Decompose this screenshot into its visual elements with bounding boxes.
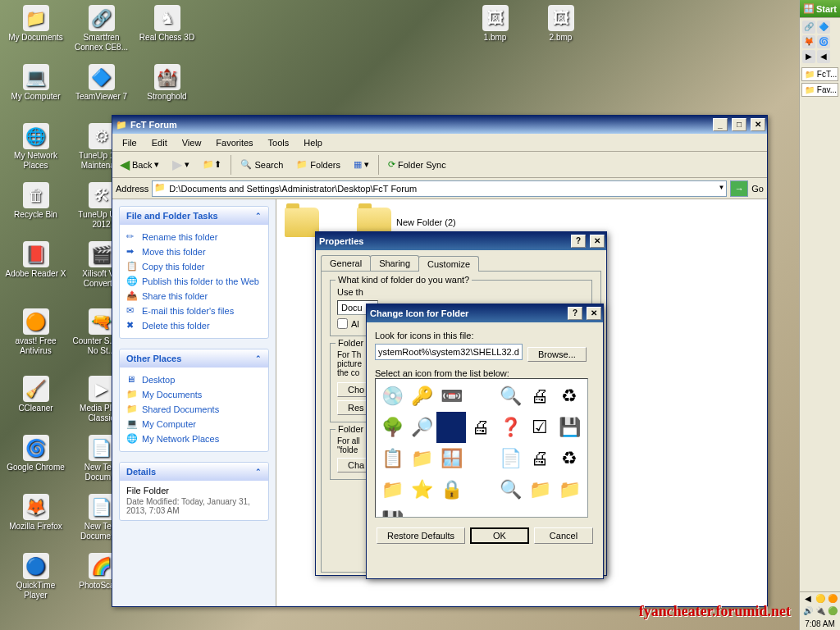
search-button[interactable]: 🔍Search — [236, 158, 287, 171]
place-link[interactable]: 📁Shared Documents — [126, 402, 262, 417]
ok-button[interactable]: OK — [470, 527, 529, 544]
taskbar-task[interactable]: 📁 FcT... — [801, 67, 838, 81]
icon-cell[interactable] — [436, 412, 466, 443]
place-link[interactable]: 🌐My Network Places — [126, 431, 262, 446]
icon-cell[interactable]: 💿 — [377, 381, 407, 412]
task-link[interactable]: 🌐Publish this folder to the Web — [126, 274, 262, 289]
icon-cell[interactable]: 🔒 — [436, 474, 466, 505]
folder-sync-button[interactable]: ⟳Folder Sync — [384, 158, 450, 171]
tab-general[interactable]: General — [321, 255, 371, 271]
views-button[interactable]: ▦▾ — [349, 158, 373, 171]
desktop-icon[interactable]: 💻My Computer — [5, 64, 66, 102]
icon-cell[interactable]: 🖨 — [525, 443, 555, 474]
icon-cell[interactable]: 📁 — [377, 474, 407, 505]
desktop-icon[interactable]: 🔵QuickTime Player — [5, 553, 66, 600]
place-link[interactable]: 🖥Desktop — [126, 372, 262, 387]
menu-favorites[interactable]: Favorites — [209, 136, 259, 149]
tasks-panel: File and Folder Tasks⌃ ✏Rename this fold… — [119, 206, 269, 339]
desktop-icon[interactable]: 📕Adobe Reader X — [5, 241, 66, 279]
icon-cell[interactable]: 📁 — [555, 474, 584, 505]
menu-tools[interactable]: Tools — [262, 136, 296, 149]
icon-file-input[interactable] — [375, 344, 523, 360]
task-link[interactable]: ➡Move this folder — [126, 244, 262, 259]
place-link[interactable]: 💻My Computer — [126, 417, 262, 431]
icon-cell[interactable]: ❓ — [495, 412, 525, 443]
properties-titlebar[interactable]: Properties ? ✕ — [316, 232, 606, 250]
icon-cell[interactable]: 🔎 — [407, 412, 436, 443]
browse-button[interactable]: Browse... — [527, 347, 587, 362]
icon-cell[interactable]: 🖨 — [525, 381, 555, 412]
system-tray[interactable]: ◀🟡🟠🔊🔌🟢 7:08 AM — [800, 591, 840, 630]
icon-cell[interactable] — [466, 474, 495, 505]
close-button[interactable]: ✕ — [587, 307, 601, 320]
quicklaunch[interactable]: 🔗🔷🦊🌀▶◀ — [800, 18, 840, 66]
desktop-icon[interactable]: 🟠avast! Free Antivirus — [5, 308, 66, 356]
minimize-button[interactable]: _ — [713, 118, 728, 131]
icon-grid[interactable]: 💿🔑📼🔍🖨♻🌳🔎🖨❓☑💾📋📁🪟📄🖨♻📁⭐🔒🔍📁📁💾 — [375, 378, 588, 518]
places-header[interactable]: Other Places⌃ — [120, 349, 268, 368]
desktop-icon[interactable]: 🧹CCleaner — [5, 376, 66, 413]
back-button[interactable]: ◀Back ▾ — [116, 155, 163, 174]
icon-cell[interactable]: 📁 — [525, 474, 555, 505]
desktop-icon[interactable]: 🌀Google Chrome — [5, 435, 66, 472]
details-header[interactable]: Details⌃ — [120, 463, 268, 481]
desktop-icon[interactable]: 🗑Recycle Bin — [5, 182, 66, 220]
tab-customize[interactable]: Customize — [418, 256, 479, 272]
icon-cell[interactable]: 📼 — [436, 381, 466, 412]
menu-help[interactable]: Help — [297, 136, 329, 149]
desktop-icon[interactable]: ♞Real Chess 3D — [136, 5, 198, 43]
start-button[interactable]: 🪟Start — [800, 0, 840, 18]
taskbar-task[interactable]: 📁 Fav... — [801, 83, 838, 97]
icon-cell[interactable]: 💾 — [555, 412, 584, 443]
maximize-button[interactable]: □ — [732, 118, 746, 131]
icon-cell[interactable] — [466, 381, 495, 412]
address-input[interactable] — [152, 180, 727, 197]
close-button[interactable]: ✕ — [590, 235, 605, 248]
icon-cell[interactable] — [466, 443, 495, 474]
desktop-icon[interactable]: 🌐My Network Places — [5, 123, 66, 171]
task-link[interactable]: ✉E-mail this folder's files — [126, 304, 262, 318]
explorer-titlebar[interactable]: 📁 FcT Forum _ □ ✕ — [112, 116, 767, 134]
task-link[interactable]: 📤Share this folder — [126, 289, 262, 304]
icon-cell[interactable]: 📁 — [407, 443, 436, 474]
icon-cell[interactable]: 🪟 — [436, 443, 466, 474]
place-link[interactable]: 📁My Documents — [126, 387, 262, 402]
restore-defaults-button[interactable]: Restore Defaults — [377, 527, 465, 544]
icon-cell[interactable]: 📄 — [495, 443, 525, 474]
icon-cell[interactable]: 💾 — [377, 505, 407, 518]
forward-button[interactable]: ▶▾ — [168, 155, 194, 174]
desktop-icon[interactable]: 🖼1.bmp — [464, 5, 526, 43]
go-button[interactable]: → — [730, 180, 748, 197]
icon-cell[interactable]: 🔍 — [495, 381, 525, 412]
menu-edit[interactable]: Edit — [145, 136, 174, 149]
icon-cell[interactable]: 🌳 — [377, 412, 407, 443]
icon-cell[interactable]: 🖨 — [466, 412, 495, 443]
desktop-icon[interactable]: 🖼2.bmp — [530, 5, 591, 43]
icon-cell[interactable]: ♻ — [555, 381, 584, 412]
tab-sharing[interactable]: Sharing — [370, 255, 419, 271]
change-icon-titlebar[interactable]: Change Icon for Folder ? ✕ — [367, 304, 603, 322]
icon-cell[interactable]: 📋 — [377, 443, 407, 474]
icon-cell[interactable]: ⭐ — [407, 474, 436, 505]
task-link[interactable]: 📋Copy this folder — [126, 259, 262, 274]
desktop-icon[interactable]: 🔗Smartfren Connex CE8... — [71, 5, 132, 52]
cancel-button[interactable]: Cancel — [534, 527, 593, 544]
icon-cell[interactable]: ☑ — [525, 412, 555, 443]
desktop-icon[interactable]: 🏰Stronghold — [136, 64, 198, 102]
close-button[interactable]: ✕ — [751, 118, 765, 131]
help-button[interactable]: ? — [568, 307, 582, 320]
icon-cell[interactable]: 🔑 — [407, 381, 436, 412]
folders-button[interactable]: 📁Folders — [292, 158, 345, 171]
desktop-icon[interactable]: 🦊Mozilla Firefox — [5, 494, 66, 532]
tasks-header[interactable]: File and Folder Tasks⌃ — [120, 207, 268, 225]
menu-view[interactable]: View — [176, 136, 208, 149]
desktop-icon[interactable]: 🔷TeamViewer 7 — [71, 64, 132, 102]
task-link[interactable]: ✖Delete this folder — [126, 318, 262, 333]
menu-file[interactable]: File — [116, 136, 144, 149]
help-button[interactable]: ? — [571, 235, 586, 248]
icon-cell[interactable]: 🔍 — [495, 474, 525, 505]
desktop-icon[interactable]: 📁My Documents — [5, 5, 66, 43]
up-button[interactable]: 📁⬆ — [199, 158, 226, 171]
icon-cell[interactable]: ♻ — [555, 443, 584, 474]
task-link[interactable]: ✏Rename this folder — [126, 230, 262, 244]
